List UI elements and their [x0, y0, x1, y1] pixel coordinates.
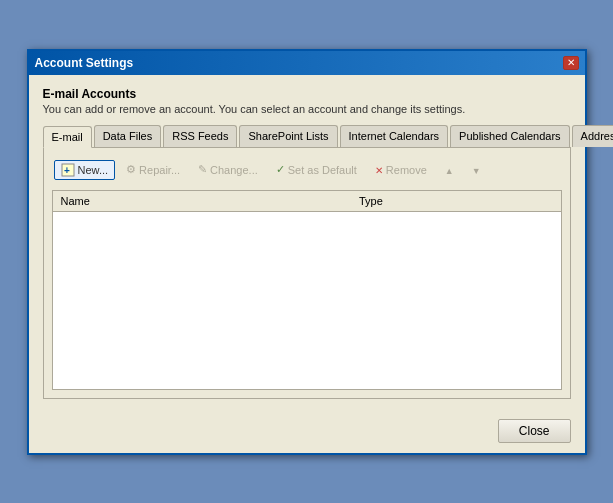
tab-address-books[interactable]: Address Books	[572, 125, 613, 147]
section-title: E-mail Accounts	[43, 87, 571, 101]
col-header-name: Name	[57, 193, 355, 209]
main-content: E-mail Accounts You can add or remove an…	[29, 75, 585, 409]
title-bar: Account Settings ✕	[29, 51, 585, 75]
window-title: Account Settings	[35, 56, 134, 70]
accounts-table: Name Type	[52, 190, 562, 390]
table-header: Name Type	[53, 191, 561, 212]
section-description: You can add or remove an account. You ca…	[43, 103, 571, 115]
tab-content-email: + New... Repair... Change...	[43, 148, 571, 399]
change-button-label: Change...	[210, 164, 258, 176]
col-header-type: Type	[355, 193, 557, 209]
tab-email[interactable]: E-mail	[43, 126, 92, 148]
table-body	[53, 212, 561, 382]
x-icon	[375, 164, 383, 176]
repair-button-label: Repair...	[139, 164, 180, 176]
change-icon	[198, 163, 207, 176]
move-down-button[interactable]	[465, 161, 488, 179]
set-default-button[interactable]: Set as Default	[269, 160, 364, 179]
move-up-button[interactable]	[438, 161, 461, 179]
remove-button[interactable]: Remove	[368, 161, 434, 179]
tab-published-calendars[interactable]: Published Calendars	[450, 125, 570, 147]
tab-bar: E-mail Data Files RSS Feeds SharePoint L…	[43, 125, 571, 148]
close-window-button[interactable]: ✕	[563, 56, 579, 70]
repair-button[interactable]: Repair...	[119, 160, 187, 179]
tab-data-files[interactable]: Data Files	[94, 125, 162, 147]
remove-button-label: Remove	[386, 164, 427, 176]
arrow-down-icon	[472, 164, 481, 176]
new-icon: +	[61, 163, 75, 177]
new-button-label: New...	[78, 164, 109, 176]
svg-text:+: +	[64, 165, 70, 176]
bottom-bar: Close	[29, 409, 585, 453]
account-settings-window: Account Settings ✕ E-mail Accounts You c…	[27, 49, 587, 455]
set-default-label: Set as Default	[288, 164, 357, 176]
new-button[interactable]: + New...	[54, 160, 116, 180]
tab-sharepoint-lists[interactable]: SharePoint Lists	[239, 125, 337, 147]
accounts-toolbar: + New... Repair... Change...	[52, 156, 562, 184]
repair-icon	[126, 163, 136, 176]
close-button[interactable]: Close	[498, 419, 571, 443]
change-button[interactable]: Change...	[191, 160, 265, 179]
check-icon	[276, 163, 285, 176]
arrow-up-icon	[445, 164, 454, 176]
tab-rss-feeds[interactable]: RSS Feeds	[163, 125, 237, 147]
tab-internet-calendars[interactable]: Internet Calendars	[340, 125, 449, 147]
